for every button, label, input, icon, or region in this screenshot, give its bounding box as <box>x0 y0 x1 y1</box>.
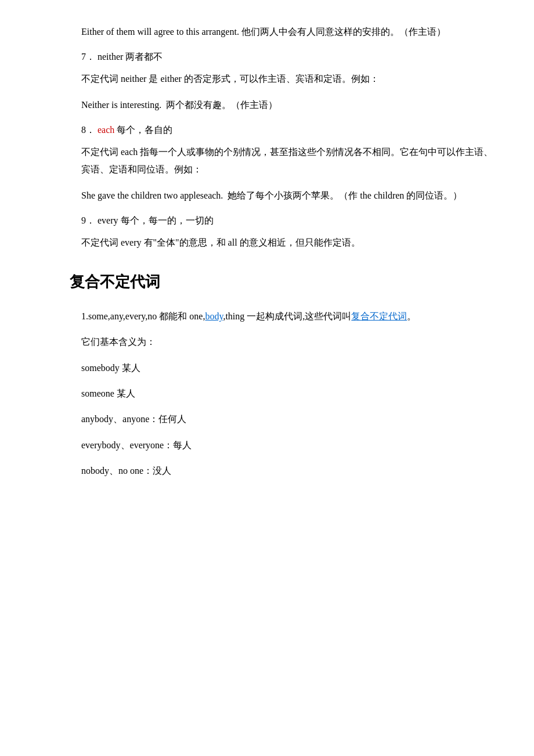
item8-description: 不定代词 each 指每一个人或事物的个别情况，甚至指这些个别情况各不相同。它在… <box>81 143 499 179</box>
compound-body-link[interactable]: body <box>205 311 223 321</box>
item8-section: 8． each 每个，各自的 不定代词 each 指每一个人或事物的个别情况，甚… <box>35 122 499 204</box>
item9-title: 9． every 每个，每一的，一切的 <box>81 213 499 229</box>
intro-example-en: Either of them will agree to this arrang… <box>81 27 239 37</box>
compound-everybody: everybody、everyone：每人 <box>81 437 499 454</box>
compound-section-heading: 复合不定代词 <box>70 269 499 296</box>
item7-title: 7． neither 两者都不 <box>81 49 499 66</box>
compound-intro-section: 1.some,any,every,no 都能和 one,body,thing 一… <box>35 308 499 480</box>
compound-intro-text: 1.some,any,every,no 都能和 one,body,thing 一… <box>81 308 499 325</box>
item9-description: 不定代词 every 有"全体"的意思，和 all 的意义相近，但只能作定语。 <box>81 234 499 251</box>
intro-example-text: Either of them will agree to this arrang… <box>81 23 499 41</box>
compound-intro-part1: 1.some,any,every,no 都能和 one, <box>81 311 205 321</box>
item8-example: She gave the children two appleseach. 她给… <box>81 187 499 204</box>
item9-keyword: every <box>98 215 118 225</box>
compound-somebody: somebody 某人 <box>81 359 499 377</box>
item7-section: 7． neither 两者都不 不定代词 neither 是 either 的否… <box>35 49 499 114</box>
item9-meaning: 每个，每一的，一切的 <box>121 215 214 225</box>
item7-meaning: 两者都不 <box>125 52 163 62</box>
compound-basic-meaning: 它们基本含义为： <box>81 333 499 351</box>
item9-number: 9． <box>81 215 95 225</box>
compound-link[interactable]: 复合不定代词 <box>351 311 407 321</box>
item7-keyword: neither <box>98 52 123 62</box>
compound-nobody: nobody、no one：没人 <box>81 462 499 480</box>
item8-meaning: 每个，各自的 <box>117 125 172 135</box>
compound-intro-part3: 。 <box>407 311 416 321</box>
compound-anybody: anybody、anyone：任何人 <box>81 411 499 428</box>
compound-intro-part2: ,thing 一起构成代词,这些代词叫 <box>223 311 351 321</box>
compound-someone: someone 某人 <box>81 385 499 402</box>
item8-number: 8． <box>81 125 95 135</box>
intro-example-block: Either of them will agree to this arrang… <box>35 23 499 41</box>
item7-example: Neither is interesting. 两个都没有趣。（作主语） <box>81 96 499 114</box>
item9-section: 9． every 每个，每一的，一切的 不定代词 every 有"全体"的意思，… <box>35 213 499 251</box>
item7-number: 7． <box>81 52 95 62</box>
item7-description: 不定代词 neither 是 either 的否定形式，可以作主语、宾语和定语。… <box>81 70 499 88</box>
item8-keyword: each <box>98 125 114 135</box>
item8-title: 8． each 每个，各自的 <box>81 122 499 139</box>
intro-example-cn: 他们两人中会有人同意这样的安排的。（作主语） <box>241 27 446 37</box>
